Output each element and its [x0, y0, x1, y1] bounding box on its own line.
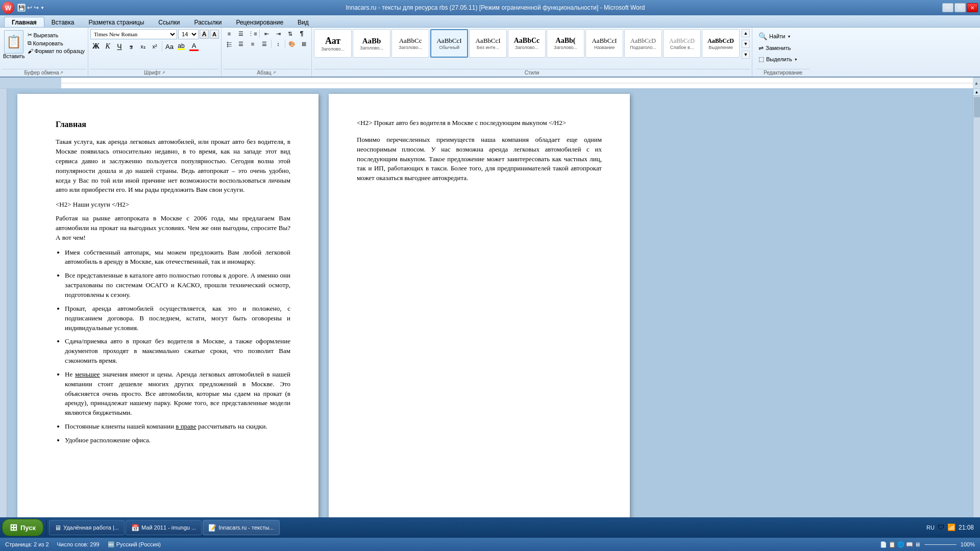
decrease-indent-button[interactable]: ⇤ — [261, 29, 272, 38]
list-item-3: Прокат, аренда автомобилей осуществляетс… — [65, 304, 290, 333]
align-right-button[interactable]: ≡ — [247, 39, 258, 48]
style-item-5[interactable]: AaBbCc Заголово... — [508, 29, 546, 58]
style-item-9[interactable]: AaBbCcD Слабое в... — [663, 29, 701, 58]
style-item-2[interactable]: AaBbCc Заголово... — [391, 29, 429, 58]
find-button[interactable]: 🔍 Найти ▼ — [756, 31, 810, 41]
show-formatting-button[interactable]: ¶ — [296, 29, 307, 38]
style-item-4[interactable]: AaBbCcI Без инте... — [469, 29, 507, 58]
ruler-resize-handle[interactable]: ▲ — [973, 78, 980, 89]
superscript-button[interactable]: х² — [149, 41, 160, 52]
view-buttons[interactable]: 📄 📋 🌐 📖 🖥 — [880, 541, 920, 548]
strikethrough-button[interactable]: з — [126, 41, 137, 52]
minimize-button[interactable]: ─ — [942, 3, 953, 12]
increase-indent-button[interactable]: ⇥ — [273, 29, 284, 38]
titlebar: W 💾 ↩ ↪ ▼ Innacars.ru - тексты для ресур… — [0, 0, 980, 15]
list-item-6: Постоянные клиенты нашей компании в прав… — [65, 422, 290, 432]
underline-button[interactable]: Ч — [114, 41, 125, 52]
increase-font-button[interactable]: A — [200, 30, 209, 39]
statusbar-left: Страница: 2 из 2 Число слов: 299 🔤 Русск… — [5, 541, 161, 548]
style-item-1[interactable]: AaBb Заголово... — [353, 29, 390, 58]
justify-button[interactable]: ☰ — [259, 39, 270, 48]
zoom-level: 100% — [961, 541, 975, 547]
close-button[interactable]: ✕ — [967, 3, 978, 12]
dropdown-icon[interactable]: ▼ — [40, 6, 44, 10]
page1-para1: Такая услуга, как аренда легковых автомо… — [56, 137, 290, 195]
paste-button[interactable]: 📋 Вставить — [2, 29, 26, 60]
taskbar-item-2[interactable]: 📅 Май 2011 - imungu ... — [126, 520, 202, 535]
tab-page-layout[interactable]: Разметка страницы — [81, 17, 151, 27]
font-color-button[interactable]: А — [187, 41, 201, 52]
font-size-select[interactable]: 14 — [178, 29, 199, 39]
style-item-10[interactable]: AaBbCcD Выделение — [702, 29, 740, 58]
styles-scroll-down[interactable]: ▼ — [742, 40, 750, 48]
font-name-select[interactable]: Times New Roman — [90, 29, 177, 39]
styles-more[interactable]: ▼ — [742, 51, 750, 59]
language-indicator[interactable]: 🔤 Русский (Россия) — [108, 541, 161, 548]
font-group: Times New Roman 14 A A Ж К Ч з х₂ х² — [88, 28, 222, 77]
page-heading: Главная — [56, 118, 290, 130]
italic-button[interactable]: К — [102, 41, 113, 52]
select-button[interactable]: ⬚ Выделить ▼ — [756, 55, 810, 64]
paragraph-group: ≡ ☰ ⋮≡ ⇤ ⇥ ⇅ ¶ ⬱ ☰ ≡ ☰ ↕ 🎨 — [222, 28, 312, 77]
ruler: ▲ — [0, 78, 980, 89]
office-orb[interactable]: W — [2, 2, 14, 14]
borders-button[interactable]: ⊞ — [298, 39, 309, 48]
page2-h2: <H2> Прокат авто без водителя в Москве с… — [357, 118, 602, 128]
align-left-button[interactable]: ⬱ — [224, 39, 235, 48]
styles-group: Аат Заголово... AaBb Заголово... AaBbCc … — [312, 28, 752, 77]
save-icon[interactable]: 💾 — [17, 4, 26, 12]
tab-home[interactable]: Главная — [4, 17, 44, 27]
decrease-font-button[interactable]: A — [210, 30, 219, 39]
maximize-button[interactable]: □ — [954, 3, 966, 12]
highlight-button[interactable]: ab — [176, 41, 187, 52]
style-item-6[interactable]: AaBb( Заголово... — [547, 29, 584, 58]
list-item-2: Все представленные в каталоге авто полно… — [65, 271, 290, 300]
style-item-8[interactable]: AaBbCcD Подзаголо... — [624, 29, 662, 58]
bold-button[interactable]: Ж — [90, 41, 102, 52]
editing-group-label: Редактирование — [764, 70, 802, 76]
clock[interactable]: 21:08 — [959, 524, 974, 531]
undo-icon[interactable]: ↩ — [27, 4, 32, 11]
style-item-3[interactable]: AaBbCcI Обычный — [430, 29, 468, 58]
page-1: Главная Такая услуга, как аренда легковы… — [17, 94, 318, 546]
bullets-button[interactable]: ≡ — [224, 29, 235, 38]
format-painter-button[interactable]: 🖌Формат по образцу — [27, 47, 86, 55]
replace-button[interactable]: ⇌ Заменить — [756, 43, 810, 53]
tab-mailings[interactable]: Рассылки — [187, 17, 229, 27]
page1-h2-1: <H2> Наши услуги </H2> — [56, 200, 290, 210]
shading-button[interactable]: 🎨 — [286, 39, 298, 48]
copy-button[interactable]: ⧉Копировать — [27, 39, 86, 47]
scroll-thumb[interactable] — [974, 97, 980, 117]
scroll-up-button[interactable]: ▲ — [973, 89, 981, 96]
taskbar: ⊞ Пуск 🖥 Удалённая работа |... 📅 Май 201… — [0, 517, 980, 538]
align-center-button[interactable]: ☰ — [235, 39, 247, 48]
line-spacing-button[interactable]: ↕ — [273, 39, 284, 48]
subscript-button[interactable]: х₂ — [137, 41, 149, 52]
tab-insert[interactable]: Вставка — [44, 17, 82, 27]
page-info: Страница: 2 из 2 — [5, 541, 49, 547]
list-item-4: Сдача/приемка авто в прокат без водителя… — [65, 337, 290, 366]
styles-scroll-up[interactable]: ▲ — [742, 29, 750, 37]
text-effects-button[interactable]: Аа — [164, 41, 175, 52]
cut-button[interactable]: ✂Вырезать — [27, 31, 86, 39]
page-2: <H2> Прокат авто без водителя в Москве с… — [329, 94, 630, 546]
numbering-button[interactable]: ☰ — [235, 29, 247, 38]
statusbar-right: 📄 📋 🌐 📖 🖥 ──────── 100% — [880, 541, 975, 548]
multilevel-list-button[interactable]: ⋮≡ — [247, 29, 258, 38]
tab-review[interactable]: Рецензирование — [229, 17, 290, 27]
tab-view[interactable]: Вид — [290, 17, 316, 27]
zoom-slider[interactable]: ──────── — [925, 541, 957, 547]
network-icon: 📶 — [947, 523, 955, 532]
sort-button[interactable]: ⇅ — [284, 29, 296, 38]
tab-references[interactable]: Ссылки — [151, 17, 187, 27]
style-item-0[interactable]: Аат Заголово... — [314, 29, 352, 58]
taskbar-item-1[interactable]: 🖥 Удалённая работа |... — [49, 520, 125, 535]
start-button[interactable]: ⊞ Пуск — [2, 519, 43, 536]
vertical-scrollbar[interactable]: ▲ ▼ — [973, 89, 980, 551]
taskbar-item-3[interactable]: 📝 Innacars.ru - тексты... — [203, 520, 279, 535]
style-item-7[interactable]: AaBbCcI Название — [585, 29, 623, 58]
antivirus-icon: 🛡 — [938, 523, 944, 532]
redo-icon[interactable]: ↪ — [34, 4, 39, 11]
styles-group-label: Стили — [525, 70, 540, 76]
language-tray[interactable]: RU — [926, 524, 935, 531]
